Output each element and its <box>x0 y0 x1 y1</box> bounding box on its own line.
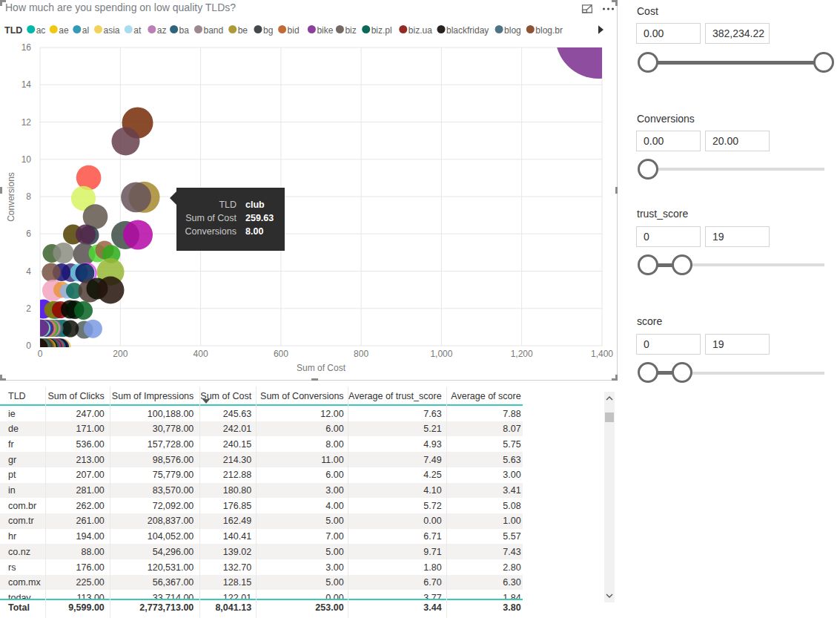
svg-text:0: 0 <box>38 349 43 359</box>
svg-text:0: 0 <box>26 341 31 351</box>
svg-text:8: 8 <box>26 191 31 202</box>
svg-text:ac: ac <box>36 25 46 36</box>
svg-text:blog: blog <box>504 25 521 36</box>
svg-text:14: 14 <box>22 79 32 90</box>
svg-text:16: 16 <box>22 42 32 53</box>
svg-text:ba: ba <box>179 25 190 36</box>
svg-text:600: 600 <box>274 349 288 359</box>
svg-text:biz: biz <box>345 25 356 36</box>
svg-text:Conversions: Conversions <box>6 172 16 222</box>
svg-text:be: be <box>238 25 248 36</box>
svg-text:bike: bike <box>317 25 333 36</box>
svg-text:at: at <box>133 25 142 36</box>
svg-text:bid: bid <box>288 25 300 36</box>
svg-text:400: 400 <box>194 349 208 359</box>
svg-text:800: 800 <box>354 349 368 359</box>
svg-text:Sum of Cost: Sum of Cost <box>297 363 346 373</box>
svg-text:1,000: 1,000 <box>430 349 452 359</box>
svg-text:12: 12 <box>22 117 32 128</box>
svg-text:4: 4 <box>26 266 31 277</box>
svg-text:2: 2 <box>26 303 31 314</box>
svg-text:biz.ua: biz.ua <box>409 25 432 36</box>
svg-text:bg: bg <box>263 25 273 36</box>
svg-text:ae: ae <box>59 25 69 36</box>
svg-text:10: 10 <box>22 154 32 165</box>
svg-text:asia: asia <box>104 25 120 36</box>
svg-text:az: az <box>157 25 167 36</box>
svg-text:blog.br: blog.br <box>535 25 563 36</box>
svg-text:TLD: TLD <box>4 25 22 36</box>
svg-text:1,200: 1,200 <box>511 349 533 359</box>
svg-text:6: 6 <box>26 229 31 239</box>
svg-text:blackfriday: blackfriday <box>446 25 489 36</box>
svg-text:band: band <box>204 25 224 36</box>
svg-text:1,400: 1,400 <box>591 349 613 359</box>
svg-text:200: 200 <box>113 349 128 359</box>
svg-text:biz.pl: biz.pl <box>371 25 392 36</box>
svg-text:al: al <box>82 25 89 36</box>
